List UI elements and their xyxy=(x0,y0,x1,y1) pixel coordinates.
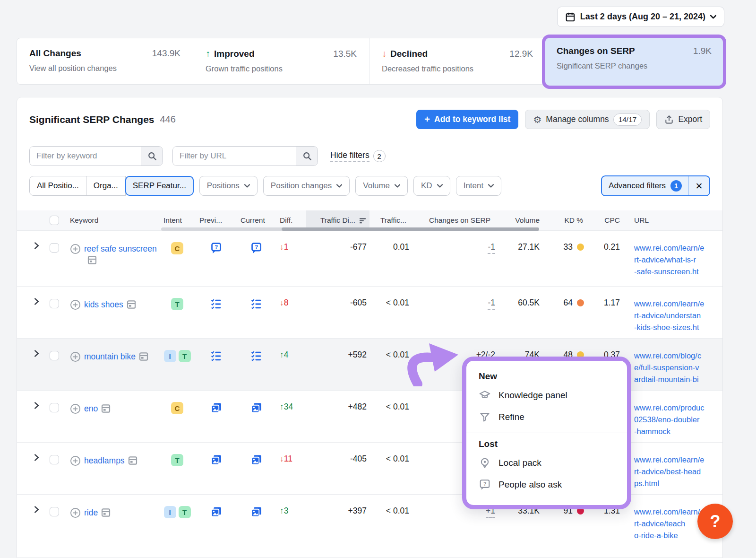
summary-cards: All Changes 143.9K View all position cha… xyxy=(17,38,723,85)
serp-preview-icon[interactable] xyxy=(139,352,148,361)
kd-dropdown[interactable]: KD xyxy=(413,176,450,196)
expand-row-button[interactable] xyxy=(28,495,44,513)
add-to-keyword-list-button[interactable]: + Add to keyword list xyxy=(416,110,518,129)
clear-filters-button[interactable]: ✕ xyxy=(688,176,709,195)
url-link[interactable]: www.rei.com/learn/e rt-advice/what-is-r … xyxy=(622,231,722,278)
segment-all-positions[interactable]: All Positio... xyxy=(29,176,86,196)
scrollbar-thumb[interactable] xyxy=(282,227,539,231)
intent-dropdown[interactable]: Intent xyxy=(456,176,502,196)
featured-snippet-list-icon xyxy=(250,298,262,310)
row-checkbox[interactable] xyxy=(50,455,59,464)
intent-badge-commercial: C xyxy=(171,242,183,254)
header-previous[interactable]: Previ... xyxy=(196,216,236,225)
expand-row-button[interactable] xyxy=(28,339,44,357)
header-diff[interactable]: Diff. xyxy=(276,216,306,225)
hide-filters-link[interactable]: Hide filters 2 xyxy=(330,150,386,162)
add-keyword-icon[interactable] xyxy=(70,455,81,466)
traffic-diff-value: +482 xyxy=(306,391,369,412)
position-changes-dropdown[interactable]: Position changes xyxy=(263,176,350,196)
add-keyword-icon[interactable] xyxy=(70,403,81,414)
expand-row-button[interactable] xyxy=(28,443,44,461)
popup-item-people-also-ask: People also ask xyxy=(479,474,615,496)
url-filter-input[interactable] xyxy=(173,147,296,166)
add-keyword-icon[interactable] xyxy=(70,244,81,254)
card-value: 13.5K xyxy=(333,49,357,59)
row-checkbox[interactable] xyxy=(50,507,59,516)
traffic-diff-value: -605 xyxy=(306,287,369,308)
row-checkbox[interactable] xyxy=(50,351,59,360)
keyword-link[interactable]: eno xyxy=(84,404,98,413)
sort-descending-icon xyxy=(359,217,367,225)
row-checkbox[interactable] xyxy=(50,403,59,412)
position-type-segments: All Positio... Orga... SERP Featur... xyxy=(29,176,194,196)
header-url[interactable]: URL xyxy=(622,216,722,225)
card-all-changes[interactable]: All Changes 143.9K View all position cha… xyxy=(17,38,193,84)
row-checkbox[interactable] xyxy=(50,243,59,253)
export-button[interactable]: Export xyxy=(656,110,710,129)
close-icon: ✕ xyxy=(696,181,703,192)
url-search-button[interactable] xyxy=(296,147,318,166)
segment-organic[interactable]: Orga... xyxy=(86,176,126,196)
volume-value: 60.5K xyxy=(509,287,543,308)
featured-snippet-list-icon xyxy=(250,350,262,362)
horizontal-scrollbar[interactable] xyxy=(161,227,539,231)
date-range-selector[interactable]: Last 2 days (Aug 20 – 21, 2024) xyxy=(557,7,724,27)
card-subtitle: Significant SERP changes xyxy=(557,61,712,70)
header-keyword[interactable]: Keyword xyxy=(64,216,159,225)
serp-preview-icon[interactable] xyxy=(87,255,97,265)
volume-dropdown[interactable]: Volume xyxy=(355,176,408,196)
traffic-diff-value: +397 xyxy=(306,495,369,516)
card-changes-on-serp[interactable]: Changes on SERP 1.9K Significant SERP ch… xyxy=(542,35,726,89)
keyword-link[interactable]: ride xyxy=(84,508,98,517)
advanced-filters-button[interactable]: Advanced filters 1 xyxy=(602,176,688,195)
positions-dropdown[interactable]: Positions xyxy=(199,176,258,196)
header-cpc[interactable]: CPC xyxy=(586,216,622,225)
result-count: 446 xyxy=(160,114,176,125)
card-improved[interactable]: ↑ Improved 13.5K Grown traffic positions xyxy=(193,38,369,84)
url-link[interactable]: www.rei.com/blog/c e/full-suspension-v a… xyxy=(622,339,722,385)
serp-change-value[interactable]: -1 xyxy=(488,298,495,310)
keyword-search-button[interactable] xyxy=(141,147,163,166)
filter-bar: Hide filters 2 xyxy=(29,146,710,166)
url-link[interactable]: www.rei.com/learn/e rt-advice/best-head … xyxy=(622,443,722,489)
add-keyword-icon[interactable] xyxy=(70,351,81,362)
add-keyword-icon[interactable] xyxy=(70,507,81,518)
segment-serp-features[interactable]: SERP Featur... xyxy=(125,176,194,196)
serp-preview-icon[interactable] xyxy=(101,508,111,517)
add-keyword-icon[interactable] xyxy=(70,299,81,310)
table-row: reef safe sunscreen C ↓1 -677 0.01 -1 27… xyxy=(17,230,722,286)
select-all-checkbox[interactable] xyxy=(50,216,59,225)
header-volume[interactable]: Volume xyxy=(509,216,543,225)
header-current[interactable]: Current xyxy=(236,216,276,225)
expand-row-button[interactable] xyxy=(28,391,44,409)
popup-item-local-pack: Local pack xyxy=(479,452,615,474)
chevron-right-icon xyxy=(34,350,39,357)
image-pack-icon xyxy=(250,506,262,518)
popup-new-heading: New xyxy=(479,371,615,382)
header-intent[interactable]: Intent xyxy=(159,216,196,225)
url-link[interactable]: www.rei.com/produc 02538/eno-doubler -ha… xyxy=(622,391,722,437)
chevron-right-icon xyxy=(34,298,39,305)
manage-columns-button[interactable]: ⚙ Manage columns 14/17 xyxy=(525,110,650,129)
image-pack-icon xyxy=(210,506,222,518)
serp-preview-icon[interactable] xyxy=(127,300,136,309)
header-changes-on-serp[interactable]: Changes on SERP xyxy=(410,216,509,225)
keyword-filter-input[interactable] xyxy=(30,147,141,166)
serp-change-value[interactable]: -1 xyxy=(488,242,495,254)
row-checkbox[interactable] xyxy=(50,299,59,308)
keyword-link[interactable]: reef safe sunscreen xyxy=(84,244,157,253)
serp-preview-icon[interactable] xyxy=(101,404,111,413)
card-declined[interactable]: ↓ Declined 12.9K Decreased traffic posit… xyxy=(369,38,546,84)
expand-row-button[interactable] xyxy=(28,287,44,305)
serp-preview-icon[interactable] xyxy=(128,456,137,465)
url-link[interactable]: www.rei.com/learn/e rt-advice/understan … xyxy=(622,287,722,333)
header-traffic[interactable]: Traffic... xyxy=(369,216,410,225)
image-pack-icon xyxy=(210,402,222,414)
keyword-link[interactable]: mountain bike xyxy=(84,352,136,361)
help-button[interactable]: ? xyxy=(697,504,733,539)
card-subtitle: Grown traffic positions xyxy=(206,64,357,73)
keyword-link[interactable]: headlamps xyxy=(84,456,125,465)
keyword-link[interactable]: kids shoes xyxy=(84,300,123,309)
expand-row-button[interactable] xyxy=(28,231,44,249)
header-kd[interactable]: KD % xyxy=(543,216,586,225)
